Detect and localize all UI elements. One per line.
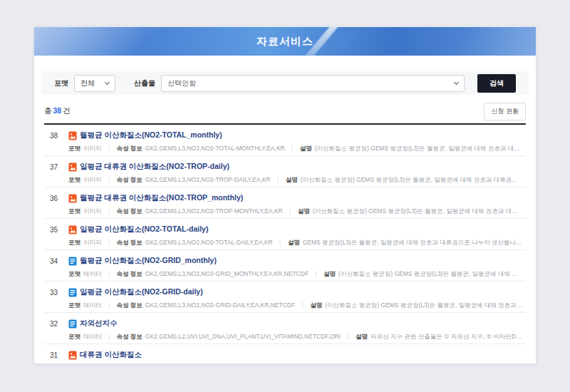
list-item-title-line: 37 일평균 대류권 이산화질소(NO2-TROP-daily)	[50, 162, 523, 172]
list-item[interactable]: 35 일평균 이산화질소(NO2-TOTAL-daily) 포맷이미지 | 속	[44, 219, 526, 250]
list-item[interactable]: 33 일평균 이산화질소(NO2-GRID-daily) 포맷데이터 | 속성	[44, 282, 526, 313]
format-select-value: 전체	[81, 78, 95, 88]
detail-attributes-value: GK2,GEMS,L3,NO2,NO2-TROP-MONTHLY,EA,KR	[145, 207, 283, 215]
row-number: 34	[50, 257, 68, 265]
detail-description-value: (이산화질소 평균장) GEMS 평균장(L3)은 월평균, 일평균에 대해 전…	[315, 145, 523, 152]
detail-format-value: 데이터	[83, 301, 102, 309]
list-item-detail-line: 포맷데이터 | 속성 정보GK2,GEMS,L3,NO2,NO2-GRID_MO…	[68, 270, 523, 279]
item-title-link[interactable]: 월평균 대류권 이산화질소(NO2-TROP_monthly)	[80, 193, 243, 203]
list-item-detail-line: 포맷이미지 | 속성 정보GK2,GEMS,L3,NO2,NO2-TOTAL-D…	[68, 239, 523, 247]
item-title-link[interactable]: 일평균 대류권 이산화질소(NO2-TROP-daily)	[80, 162, 229, 172]
list-item-title-line: 33 일평균 이산화질소(NO2-GRID-daily)	[50, 287, 523, 297]
detail-attributes-value: GK2,GEMS,L2,UVI,UVI_DNA,UVI_PLANT,UVI_VI…	[145, 333, 341, 340]
detail-attributes-label: 속성 정보	[116, 301, 142, 309]
detail-attributes-value: GK2,GEMS,L3,NO2,NO2-TOTAL-MONTHLY,EA,KR	[145, 145, 285, 152]
detail-attributes-label: 속성 정보	[116, 270, 142, 277]
divider: |	[108, 239, 110, 246]
detail-description-label: 설명	[323, 270, 336, 277]
detail-attributes-label: 속성 정보	[116, 176, 142, 183]
detail-description-value: GEMS 평균장(L3)은 월평균, 일평균에 대해 전층과 대류권으로 나누어…	[303, 239, 523, 246]
detail-attributes-value: GK2,GEMS,L3,NO2,NO2-GRID-DAILY,EA,KR,NET…	[145, 301, 295, 309]
detail-description-label: 설명	[286, 176, 298, 183]
item-title-link[interactable]: 월평균 이산화질소(NO2-GRID_monthly)	[80, 256, 217, 266]
detail-description-label: 설명	[310, 301, 322, 309]
list-item[interactable]: 34 월평균 이산화질소(NO2-GRID_monthly) 포맷데이터 |	[44, 250, 526, 282]
detail-description-label: 설명	[298, 207, 310, 215]
detail-format-label: 포맷	[68, 176, 81, 183]
detail-format-value: 데이터	[83, 270, 102, 277]
row-number: 38	[50, 132, 68, 140]
list-item-detail-line: 포맷이미지 | 속성 정보GK2,GEMS,L3,NO2,NO2-TOTAL-M…	[68, 145, 523, 153]
file-icon	[68, 351, 80, 360]
file-icon	[68, 288, 80, 297]
row-number: 36	[50, 195, 68, 202]
divider: |	[315, 270, 316, 277]
list-item-detail-line: 포맷이미지 | 속성 정보GK2,GEMS,L3,NO2,NO2-TROP-MO…	[68, 207, 523, 216]
detail-attributes-value: GK2,GEMS,L3,NO2,NO2-TROP-DAILY,EA,KR	[145, 176, 271, 183]
file-icon	[68, 194, 80, 203]
item-title-link[interactable]: 대류권 이산화질소	[80, 350, 142, 360]
detail-description-value: (이산화질소 평균장) GEMS 평균장(L3)은 월평균, 일평균에 대해 전…	[301, 176, 523, 183]
page-header: 자료서비스	[34, 27, 536, 56]
output-select[interactable]: 선택안함	[161, 75, 465, 92]
detail-format-label: 포맷	[68, 239, 81, 246]
detail-attributes-label: 속성 정보	[116, 207, 142, 215]
divider: |	[348, 333, 349, 340]
detail-description-label: 설명	[288, 239, 300, 246]
application-status-button[interactable]: 신청 현황	[484, 103, 526, 120]
list-item-detail-line: 포맷데이터 | 속성 정보GK2,GEMS,L3,NO2,NO2-GRID-DA…	[68, 301, 523, 310]
detail-attributes-label: 속성 정보	[116, 145, 142, 152]
list-item[interactable]: 38 월평균 이산화질소(NO2-TOTAL_monthly) 포맷이미지 |	[44, 125, 526, 156]
detail-format-label: 포맷	[68, 270, 81, 277]
divider: |	[108, 176, 110, 183]
list-item-title-line: 34 월평균 이산화질소(NO2-GRID_monthly)	[50, 256, 523, 266]
divider: |	[108, 333, 110, 340]
list-item[interactable]: 37 일평균 대류권 이산화질소(NO2-TROP-daily) 포맷이미지 |	[44, 156, 526, 187]
detail-attributes-label: 속성 정보	[116, 239, 142, 246]
chevron-down-icon	[105, 79, 110, 84]
item-title-link[interactable]: 일평균 이산화질소(NO2-GRID-daily)	[80, 287, 203, 297]
detail-attributes-label: 속성 정보	[116, 333, 142, 340]
item-title-link[interactable]: 자외선지수	[80, 319, 118, 329]
list-item[interactable]: 36 월평균 대류권 이산화질소(NO2-TROP_monthly) 포맷이미지…	[44, 187, 526, 219]
detail-description-label: 설명	[356, 333, 368, 340]
file-icon	[68, 319, 80, 329]
page-title: 자료서비스	[256, 35, 314, 48]
detail-description-value: (이산화질소 평균장) GEMS 평균장(L3)은 월평균, 일평균에 대해 전…	[313, 207, 523, 215]
detail-format-value: 이미지	[83, 207, 102, 215]
divider: |	[291, 145, 293, 152]
list-item-title-line: 32 자외선지수	[50, 319, 523, 329]
image-file-icon	[68, 194, 77, 203]
data-file-icon	[68, 257, 77, 266]
data-list: 38 월평균 이산화질소(NO2-TOTAL_monthly) 포맷이미지 |	[44, 123, 526, 363]
divider: |	[277, 176, 279, 183]
row-number: 35	[50, 226, 68, 234]
row-number: 33	[50, 289, 68, 296]
search-button[interactable]: 검색	[477, 74, 516, 93]
chevron-down-icon	[454, 79, 459, 84]
item-title-link[interactable]: 일평균 이산화질소(NO2-TOTAL-daily)	[80, 225, 208, 234]
list-item-title-line: 36 월평균 대류권 이산화질소(NO2-TROP_monthly)	[50, 193, 523, 203]
detail-format-label: 포맷	[68, 145, 81, 152]
list-item[interactable]: 31 대류권 이산화질소	[44, 344, 526, 363]
image-file-icon	[68, 131, 77, 140]
item-title-link[interactable]: 월평균 이산화질소(NO2-TOTAL_monthly)	[80, 130, 222, 140]
row-number: 31	[50, 351, 68, 359]
format-select[interactable]: 전체	[74, 75, 115, 92]
divider: |	[289, 207, 291, 215]
total-prefix: 총	[44, 106, 52, 115]
detail-description-value: (이산화질소 평균장) GEMS 평균장(L3)은 월평균, 일평균에 대해 전…	[325, 301, 523, 309]
output-label: 산출물	[134, 78, 155, 88]
list-item-detail-line: 포맷이미지 | 속성 정보GK2,GEMS,L3,NO2,NO2-TROP-DA…	[68, 176, 523, 185]
data-file-icon	[68, 319, 77, 329]
detail-description-value: (이산화질소 평균장) GEMS 평균장(L3)은 월평균, 일평균에 대해 전…	[338, 270, 523, 277]
filter-bar: 포맷 전체 산출물 선택안함 검색	[41, 71, 529, 95]
list-item[interactable]: 32 자외선지수 포맷데이터 | 속성 정보GK2,GEMS,L2,UVI,U	[44, 313, 526, 344]
list-item-title-line: 38 월평균 이산화질소(NO2-TOTAL_monthly)	[50, 130, 523, 140]
output-select-value: 선택안함	[167, 78, 196, 88]
detail-format-label: 포맷	[68, 333, 81, 340]
list-summary-bar: 총38건 신청 현황	[44, 102, 526, 120]
row-number: 32	[50, 320, 68, 328]
total-count-number: 38	[53, 106, 62, 115]
list-item-title-line: 35 일평균 이산화질소(NO2-TOTAL-daily)	[50, 225, 523, 234]
